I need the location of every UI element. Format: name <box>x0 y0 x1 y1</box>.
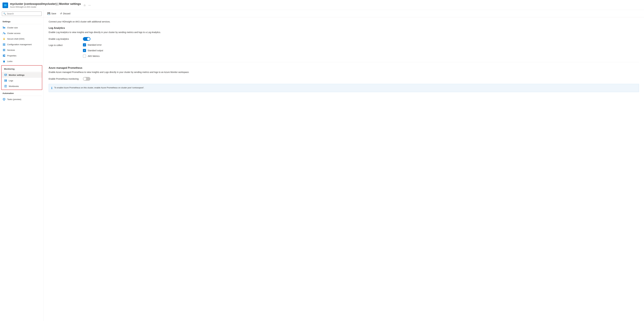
checkbox-std-output[interactable] <box>83 49 86 52</box>
svg-point-36 <box>3 99 4 99</box>
sidebar-item-locks[interactable]: Locks <box>0 58 44 64</box>
svg-point-16 <box>3 50 4 51</box>
sidebar-label-locks: Locks <box>7 60 12 62</box>
toggle-track <box>83 37 90 41</box>
search-input-wrap[interactable]: 🔍 <box>2 12 42 16</box>
checkbox-row-std-error: Standard error <box>83 43 103 46</box>
sidebar-item-workbooks[interactable]: Workbooks <box>2 83 42 89</box>
sidebar-item-secure-shell[interactable]: Secure shell (SSH) <box>0 36 44 42</box>
sidebar-item-cluster-access[interactable]: Cluster access <box>0 30 44 36</box>
checkbox-jmx-metrics[interactable] <box>83 54 86 58</box>
sidebar-label-properties: Properties <box>7 54 16 57</box>
prometheus-title: Azure managed Prometheus <box>49 66 639 69</box>
toolbar: 💾 Save ↺ Discard <box>44 10 644 17</box>
connect-description: Connect your HDInsight on AKS cluster wi… <box>49 20 639 23</box>
config-mgmt-icon <box>2 43 6 46</box>
svg-rect-13 <box>3 45 5 46</box>
svg-rect-28 <box>5 80 6 81</box>
svg-rect-30 <box>6 80 6 81</box>
enable-prometheus-label: Enable Prometheus monitoring <box>49 77 83 80</box>
logs-icon <box>4 79 7 82</box>
save-button[interactable]: 💾 Save <box>47 12 57 16</box>
more-options-button[interactable]: ··· <box>88 3 91 8</box>
sidebar-scroll: Settings Cluster size Cluster access Sec… <box>0 18 44 321</box>
svg-rect-23 <box>5 74 5 75</box>
log-analytics-title: Log Analytics <box>49 27 639 30</box>
sidebar-item-services[interactable]: Services <box>0 47 44 53</box>
svg-rect-34 <box>5 86 6 87</box>
sidebar-item-tasks-preview[interactable]: Tasks (preview) <box>0 96 44 102</box>
svg-rect-27 <box>5 80 5 81</box>
svg-rect-1 <box>4 5 7 6</box>
log-analytics-section: Log Analytics Enable Log Analytics to vi… <box>49 27 639 58</box>
svg-rect-20 <box>4 56 5 57</box>
sidebar-item-properties[interactable]: Properties <box>0 53 44 58</box>
search-bar: 🔍 <box>0 10 44 18</box>
section-divider <box>49 62 639 62</box>
svg-rect-19 <box>4 54 5 55</box>
save-icon: 💾 <box>48 12 50 15</box>
svg-point-37 <box>4 99 5 99</box>
svg-point-17 <box>4 50 5 51</box>
automation-section-label: Automation <box>0 90 44 95</box>
checkbox-std-error[interactable] <box>83 43 86 46</box>
sidebar-label-logs: Logs <box>9 80 13 82</box>
properties-icon <box>2 54 6 57</box>
sidebar-label-monitor-settings: Monitor settings <box>9 74 24 76</box>
enable-log-analytics-toggle[interactable] <box>83 37 90 41</box>
settings-section-label: Settings <box>0 19 44 23</box>
page-title: mycluster (contosopool/mycluster) | Moni… <box>10 2 81 6</box>
svg-rect-2 <box>4 6 7 6</box>
sidebar-item-logs[interactable]: Logs <box>2 78 42 83</box>
prometheus-toggle-thumb <box>84 78 86 80</box>
svg-point-6 <box>3 32 4 33</box>
prometheus-desc: Enable Azure managed Prometheus to view … <box>49 70 639 74</box>
svg-rect-21 <box>3 61 5 62</box>
checkbox-group: Standard error Standard output JMX Metri… <box>83 43 103 58</box>
tasks-icon <box>2 98 6 101</box>
page-subtitle: Azure HDInsight on AKS cluster <box>10 6 81 8</box>
enable-log-analytics-row: Enable Log Analytics <box>49 37 639 41</box>
workbooks-icon <box>4 84 7 88</box>
enable-prometheus-toggle[interactable] <box>83 77 90 81</box>
sidebar-item-config-management[interactable]: Configuration management <box>0 42 44 47</box>
checkbox-label-std-error: Standard error <box>88 44 102 46</box>
monitoring-section-label: Monitoring <box>2 66 42 71</box>
settings-divider <box>2 24 42 24</box>
favorite-button[interactable]: ☆ <box>83 3 86 8</box>
sidebar-item-cluster-size[interactable]: Cluster size <box>0 25 44 30</box>
discard-button[interactable]: ↺ Discard <box>60 12 71 16</box>
cluster-icon <box>2 2 8 8</box>
search-input[interactable] <box>7 12 40 15</box>
svg-rect-32 <box>5 86 6 86</box>
discard-label: Discard <box>63 12 70 15</box>
svg-rect-29 <box>6 80 6 81</box>
svg-rect-33 <box>5 86 6 86</box>
logs-to-collect-row: Logs to collect Standard error Standard … <box>49 43 639 58</box>
svg-rect-10 <box>3 44 5 44</box>
checkbox-label-std-output: Standard output <box>88 49 103 52</box>
header-text-block: mycluster (contosopool/mycluster) | Moni… <box>10 2 81 8</box>
sidebar-label-secure-shell: Secure shell (SSH) <box>7 38 24 40</box>
logs-to-collect-label: Logs to collect <box>49 43 83 46</box>
services-icon <box>2 48 6 52</box>
cluster-access-icon <box>2 32 6 35</box>
search-icon: 🔍 <box>3 12 6 15</box>
sidebar-label-cluster-size: Cluster size <box>7 26 18 29</box>
svg-rect-24 <box>6 74 6 75</box>
sidebar-label-workbooks: Workbooks <box>9 85 19 88</box>
sidebar: 🔍 Settings Cluster size Cluster access <box>0 10 44 321</box>
sidebar-item-monitor-settings[interactable]: Monitor settings <box>2 72 42 78</box>
svg-point-14 <box>3 49 4 50</box>
prometheus-info-text: To enable Azure Prometheus on this clust… <box>54 86 144 89</box>
main-layout: 🔍 Settings Cluster size Cluster access <box>0 10 644 321</box>
checkbox-row-jmx-metrics: JMX Metrics <box>83 54 103 58</box>
secure-shell-icon <box>2 37 6 40</box>
header-actions: ☆ ··· <box>83 3 91 8</box>
svg-point-5 <box>3 26 4 27</box>
main-content: 💾 Save ↺ Discard Connect your HDInsight … <box>44 10 644 321</box>
enable-log-analytics-label: Enable Log Analytics <box>49 37 83 40</box>
sidebar-label-config-management: Configuration management <box>7 43 32 46</box>
top-header: mycluster (contosopool/mycluster) | Moni… <box>0 0 644 10</box>
svg-point-9 <box>4 39 4 40</box>
